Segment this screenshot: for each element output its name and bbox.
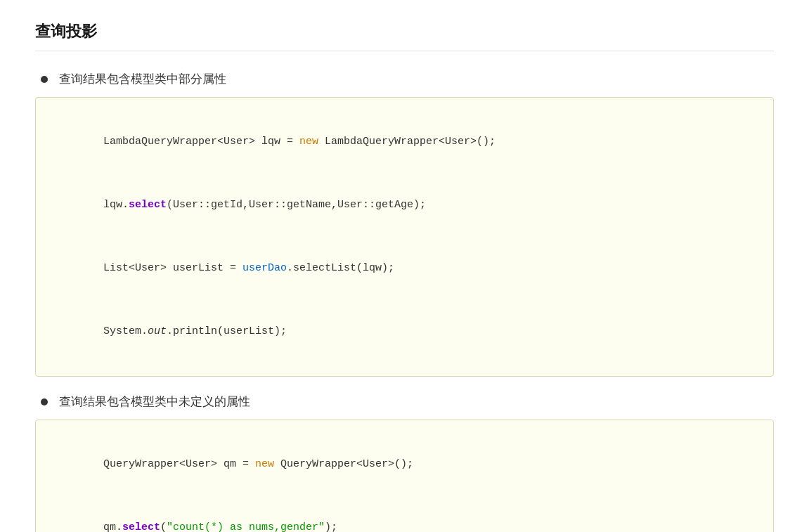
code-token: LambdaQueryWrapper<User> lqw = (103, 136, 299, 148)
code-token: .println(userList); (167, 325, 287, 337)
code-token: (User::getId,User::getName,User::getAge)… (167, 199, 426, 211)
code-token-new: new (299, 136, 318, 148)
code-line: List<User> userList = userDao.selectList… (53, 237, 756, 300)
code-line: LambdaQueryWrapper<User> lqw = new Lambd… (53, 110, 756, 174)
code-token-new: new (255, 458, 274, 470)
page-container: 查询投影 查询结果包含模型类中部分属性 LambdaQueryWrapper<U… (0, 0, 809, 532)
bullet-dot-1 (41, 76, 48, 83)
bullet-text-2: 查询结果包含模型类中未定义的属性 (59, 394, 250, 410)
code-token: QueryWrapper<User>(); (274, 458, 413, 470)
code-token: lqw. (103, 199, 129, 211)
bullet-dot-2 (41, 398, 48, 406)
section-1: 查询结果包含模型类中部分属性 LambdaQueryWrapper<User> … (35, 71, 774, 377)
code-token: qm. (103, 521, 122, 532)
code-token: QueryWrapper<User> qm = (103, 458, 255, 470)
section-2: 查询结果包含模型类中未定义的属性 QueryWrapper<User> qm =… (35, 394, 774, 532)
code-token: ); (325, 521, 337, 532)
code-token-string: "count(*) as nums,gender" (167, 521, 325, 532)
code-token-method: select (129, 199, 167, 211)
code-block-1: LambdaQueryWrapper<User> lqw = new Lambd… (35, 97, 774, 377)
code-token: LambdaQueryWrapper<User>(); (318, 136, 496, 148)
bullet-item-1: 查询结果包含模型类中部分属性 (35, 71, 774, 87)
bullet-text-1: 查询结果包含模型类中部分属性 (59, 71, 226, 87)
page-title: 查询投影 (35, 21, 774, 51)
code-token: System. (103, 325, 148, 337)
code-token-var: userDao (242, 262, 287, 274)
bullet-item-2: 查询结果包含模型类中未定义的属性 (35, 394, 774, 410)
code-token-method: select (122, 521, 160, 532)
code-line: qm.select("count(*) as nums,gender"); (53, 496, 756, 532)
code-token-italic: out (148, 325, 167, 337)
code-line: QueryWrapper<User> qm = new QueryWrapper… (53, 433, 756, 496)
code-line: System.out.println(userList); (53, 300, 756, 363)
code-token: List<User> userList = (103, 262, 242, 274)
code-line: lqw.select(User::getId,User::getName,Use… (53, 174, 756, 237)
code-block-2: QueryWrapper<User> qm = new QueryWrapper… (35, 420, 774, 532)
code-token: ( (160, 521, 167, 532)
code-token: .selectList(lqw); (287, 262, 394, 274)
